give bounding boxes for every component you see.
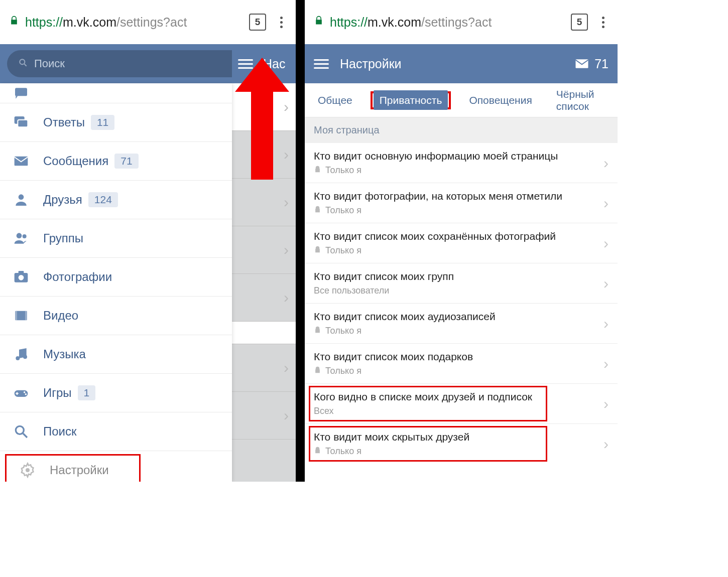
sidebar-item-messages[interactable]: Сообщения 71 [0,142,232,181]
annotation-arrow [235,58,289,180]
bg-list-row[interactable]: › [232,392,296,440]
browser-menu-icon[interactable] [598,15,609,30]
browser-address-bar[interactable]: https://m.vk.com/settings?act 5 [305,0,618,44]
privacy-row-gifts[interactable]: Кто видит список моих подарков Только я … [305,344,618,384]
lock-icon [314,366,321,376]
bg-list-row[interactable]: › [232,226,296,274]
svg-rect-11 [19,271,24,273]
search-icon [13,423,43,440]
messages-badge[interactable]: 71 [574,56,609,71]
sidebar-item-label: Видео [43,309,78,323]
privacy-row-title: Кто видит основную информацию моей стран… [314,150,603,162]
lock-icon [314,16,324,29]
sidebar-item-photos[interactable]: Фотографии [0,258,232,297]
svg-point-19 [25,393,27,395]
chevron-right-icon: › [603,195,609,212]
annotation-highlight: Приватность [371,91,451,109]
svg-rect-13 [15,311,17,321]
chevron-right-icon: › [603,315,609,332]
privacy-row-value: Только я [314,366,603,376]
sidebar-item-search[interactable]: Поиск [0,412,232,451]
sidebar: Ответы 11 Сообщения 71 Друзья 124 Группы [0,83,232,482]
replies-icon [13,114,43,130]
privacy-row-value: Только я [314,245,603,256]
sidebar-item-groups[interactable]: Группы [0,219,232,258]
privacy-row-title: Кого видно в списке моих друзей и подпис… [314,391,603,403]
sidebar-item-friends[interactable]: Друзья 124 [0,181,232,219]
settings-tabs: Общее Приватность Оповещения Чёрный спис… [305,83,618,117]
page-title: Настройки [340,57,402,71]
sidebar-item-replies[interactable]: Ответы 11 [0,103,232,142]
left-screenshot: https://m.vk.com/settings?act 5 Поиск На… [0,0,305,482]
privacy-row-title: Кто видит список моих групп [314,270,603,282]
sidebar-item-label: Группы [43,231,83,245]
badge: 124 [88,192,118,207]
privacy-row-tagged-photos[interactable]: Кто видит фотографии, на которых меня от… [305,183,618,223]
bg-list-row[interactable]: › [232,179,296,226]
sidebar-item-video[interactable]: Видео [0,297,232,335]
lock-icon [314,326,321,336]
browser-menu-icon[interactable] [276,15,287,30]
tab-privacy[interactable]: Приватность [374,90,448,110]
svg-point-0 [20,59,25,64]
section-header: Моя страница [305,117,618,143]
bg-list-row[interactable] [232,322,296,344]
chevron-right-icon: › [284,407,289,424]
search-icon [18,58,28,70]
badge: 11 [91,115,114,130]
svg-point-10 [19,275,24,280]
lock-icon [314,165,321,176]
privacy-row-title: Кто видит моих скрытых друзей [314,431,603,443]
browser-address-bar[interactable]: https://m.vk.com/settings?act 5 [0,0,296,44]
badge: 1 [78,385,96,400]
envelope-icon [574,56,589,71]
svg-line-1 [25,64,27,66]
svg-rect-5 [15,157,28,166]
privacy-row-friends-list[interactable]: Кого видно в списке моих друзей и подпис… [305,384,618,424]
svg-line-21 [23,434,27,438]
privacy-row-value: Всех [314,406,603,416]
vk-header-right: Настройки 71 [305,44,618,83]
privacy-row-hidden-friends[interactable]: Кто видит моих скрытых друзей Только я › [305,424,618,464]
bg-list-row[interactable]: › [232,344,296,392]
tab-count-button[interactable]: 5 [249,14,266,31]
music-icon [13,346,43,362]
tab-general[interactable]: Общее [312,90,358,110]
privacy-row-value: Только я [314,165,603,176]
privacy-row-title: Кто видит список моих подарков [314,351,603,363]
sidebar-item-label: Игры [43,386,72,400]
privacy-row-saved-photos[interactable]: Кто видит список моих сохранённых фотогр… [305,223,618,263]
url-text: https://m.vk.com/settings?act [25,15,239,30]
privacy-row-value: Только я [314,326,603,336]
tab-blacklist[interactable]: Чёрный список [550,84,611,116]
svg-point-7 [17,233,22,238]
privacy-row-audio[interactable]: Кто видит список моих аудиозаписей Тольк… [305,304,618,344]
sidebar-item-games[interactable]: Игры 1 [0,374,232,412]
chevron-right-icon: › [603,235,609,252]
gamepad-icon [13,385,43,401]
privacy-row-title: Кто видит фотографии, на которых меня от… [314,190,603,202]
privacy-row-value: Только я [314,446,603,457]
tab-notifications[interactable]: Оповещения [463,90,538,110]
privacy-row-title: Кто видит список моих аудиозаписей [314,311,603,323]
privacy-row-groups[interactable]: Кто видит список моих групп Все пользова… [305,263,618,304]
svg-point-6 [19,194,24,200]
sidebar-item-music[interactable]: Музыка [0,335,232,374]
bg-list-row[interactable]: › [232,274,296,322]
sidebar-item-partial[interactable] [0,83,232,103]
film-icon [13,308,43,324]
person-icon [13,192,43,208]
badge: 71 [114,154,138,169]
url-text: https://m.vk.com/settings?act [330,15,561,30]
chevron-right-icon: › [284,241,289,258]
hamburger-icon[interactable] [314,57,329,71]
privacy-row-basic-info[interactable]: Кто видит основную информацию моей стран… [305,143,618,183]
svg-point-15 [16,356,20,360]
chevron-right-icon: › [603,275,609,292]
sidebar-item-label: Друзья [43,193,82,207]
sidebar-item-label: Сообщения [43,154,108,168]
tab-count-button[interactable]: 5 [571,14,588,31]
chevron-right-icon: › [284,289,289,306]
privacy-row-value: Все пользователи [314,285,603,296]
sidebar-item-settings[interactable]: Настройки [5,454,141,482]
